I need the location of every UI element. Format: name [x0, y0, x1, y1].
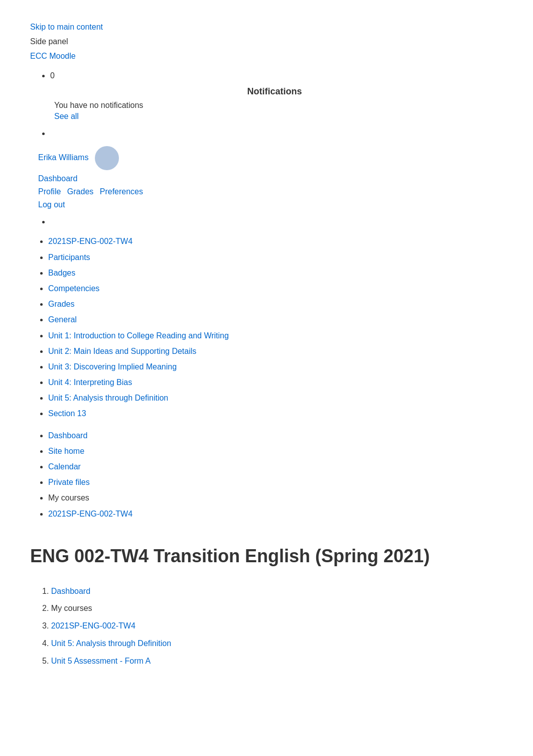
course-nav-link[interactable]: General [48, 315, 77, 324]
dashboard-user-link[interactable]: Dashboard [38, 174, 77, 183]
breadcrumb-item: My courses [42, 601, 503, 616]
course-nav-item[interactable]: Unit 1: Introduction to College Reading … [48, 329, 503, 342]
breadcrumb-link[interactable]: 2021SP-ENG-002-TW4 [51, 621, 136, 630]
course-nav-link[interactable]: Badges [48, 269, 75, 277]
site-nav-link[interactable]: Private files [48, 478, 90, 486]
ecc-moodle-link[interactable]: ECC Moodle [30, 52, 76, 60]
empty-bullet-list [50, 129, 503, 138]
course-nav-link[interactable]: Unit 5: Analysis through Definition [48, 394, 168, 402]
course-nav-link[interactable]: Unit 2: Main Ideas and Supporting Detail… [48, 347, 196, 355]
no-notifications-text: You have no notifications [54, 101, 503, 110]
course-nav-link[interactable]: 2021SP-ENG-002-TW4 [48, 237, 132, 245]
grades-link[interactable]: Grades [67, 187, 93, 196]
notification-badge-item: 0 [50, 71, 503, 80]
site-nav-item[interactable]: Site home [48, 444, 503, 458]
top-nav: Skip to main content Side panel ECC Mood… [30, 20, 503, 63]
user-section: Erika Williams Dashboard Profile Grades … [38, 146, 503, 209]
breadcrumb-link[interactable]: Dashboard [51, 587, 90, 595]
breadcrumb-item[interactable]: Unit 5 Assessment - Form A [42, 654, 503, 669]
user-name-link[interactable]: Erika Williams [38, 154, 88, 162]
empty-bullet-item-2 [50, 217, 503, 226]
user-links-row: Profile Grades Preferences [38, 187, 503, 196]
site-nav-item[interactable]: 2021SP-ENG-002-TW4 [48, 507, 503, 521]
empty-bullet-item [50, 129, 503, 138]
site-nav-link[interactable]: 2021SP-ENG-002-TW4 [48, 510, 132, 518]
breadcrumb-link[interactable]: Unit 5 Assessment - Form A [51, 657, 151, 665]
course-nav-link[interactable]: Section 13 [48, 409, 86, 418]
site-nav-link[interactable]: Dashboard [48, 431, 87, 440]
site-nav-item[interactable]: Dashboard [48, 429, 503, 442]
side-panel-label: Side panel [30, 37, 68, 46]
course-nav-link[interactable]: Unit 4: Interpreting Bias [48, 378, 132, 387]
breadcrumb-link[interactable]: Unit 5: Analysis through Definition [51, 639, 171, 648]
preferences-link[interactable]: Preferences [100, 187, 143, 196]
logout-link[interactable]: Log out [38, 200, 65, 209]
course-nav-item[interactable]: Unit 4: Interpreting Bias [48, 375, 503, 389]
profile-link[interactable]: Profile [38, 187, 61, 196]
breadcrumb-item[interactable]: Dashboard [42, 584, 503, 599]
see-all-link[interactable]: See all [54, 112, 79, 120]
site-nav-list: DashboardSite homeCalendarPrivate filesM… [38, 429, 503, 521]
course-nav-link[interactable]: Competencies [48, 284, 99, 293]
course-nav-link[interactable]: Participants [48, 253, 90, 262]
breadcrumb-item[interactable]: Unit 5: Analysis through Definition [42, 637, 503, 651]
course-nav-link[interactable]: Unit 3: Discovering Implied Meaning [48, 362, 177, 371]
skip-to-main-link[interactable]: Skip to main content [30, 23, 103, 31]
avatar [95, 146, 119, 170]
notifications-title: Notifications [46, 86, 503, 97]
site-nav-link[interactable]: Calendar [48, 462, 81, 471]
site-nav-link[interactable]: Site home [48, 447, 84, 455]
course-nav-item[interactable]: Competencies [48, 282, 503, 295]
course-nav-item[interactable]: Unit 5: Analysis through Definition [48, 391, 503, 405]
course-nav-item[interactable]: Grades [48, 297, 503, 311]
course-nav-item[interactable]: Unit 3: Discovering Implied Meaning [48, 360, 503, 373]
course-nav-item[interactable]: Unit 2: Main Ideas and Supporting Detail… [48, 344, 503, 358]
notifications-list: 0 [50, 71, 503, 80]
course-nav-item[interactable]: General [48, 313, 503, 326]
course-nav-item[interactable]: Badges [48, 266, 503, 280]
site-nav-item: My courses [48, 491, 503, 505]
course-nav-list: 2021SP-ENG-002-TW4ParticipantsBadgesComp… [38, 234, 503, 420]
course-nav-link[interactable]: Grades [48, 300, 74, 308]
user-name-row: Erika Williams [38, 146, 503, 170]
breadcrumb-item[interactable]: 2021SP-ENG-002-TW4 [42, 619, 503, 634]
course-nav-link[interactable]: Unit 1: Introduction to College Reading … [48, 331, 229, 340]
notifications-panel: Notifications You have no notifications … [46, 86, 503, 121]
site-nav-item[interactable]: Calendar [48, 460, 503, 473]
empty-bullet-list-2 [50, 217, 503, 226]
site-nav-item[interactable]: Private files [48, 475, 503, 489]
course-nav-item[interactable]: 2021SP-ENG-002-TW4 [48, 234, 503, 248]
course-nav-item[interactable]: Section 13 [48, 407, 503, 420]
notification-count: 0 [50, 71, 55, 80]
course-nav-item[interactable]: Participants [48, 250, 503, 264]
breadcrumb-list: DashboardMy courses2021SP-ENG-002-TW4Uni… [42, 584, 503, 669]
main-title: ENG 002-TW4 Transition English (Spring 2… [30, 545, 503, 568]
